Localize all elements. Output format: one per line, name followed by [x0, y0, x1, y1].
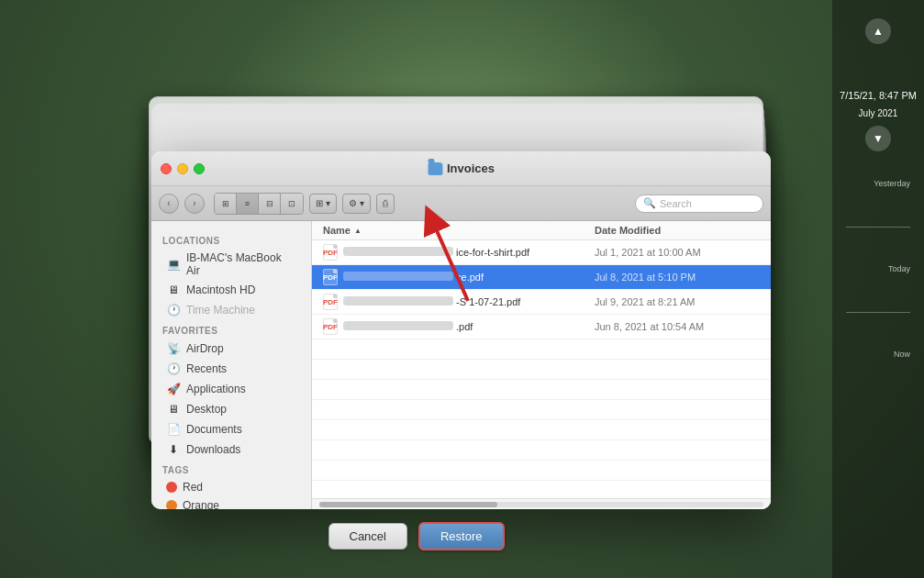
col-date-header: Date Modified: [595, 225, 760, 236]
main-content: Locations 💻 IB-MAC's MacBook Air 🖥 Macin…: [151, 221, 771, 509]
file-suffix-4: .pdf: [456, 321, 473, 332]
sidebar-label-tag-red: Red: [183, 481, 203, 494]
view-icon-btn[interactable]: ⊞: [215, 194, 237, 214]
blurred-name-1: [343, 247, 453, 256]
sidebar-label-desktop: Desktop: [186, 403, 227, 416]
sidebar-label-tag-orange: Orange: [183, 499, 219, 509]
file-list-footer: [312, 498, 771, 509]
toolbar: ‹ › ⊞ ≡ ⊟ ⊡ ⊞ ▾ ⚙ ▾ ⎙ 🔍 Search: [151, 186, 771, 221]
file-name-4: .pdf: [343, 321, 595, 332]
window-controls: [161, 163, 205, 174]
gear-icon: ⚙: [349, 198, 357, 208]
sidebar-item-macintosh-hd[interactable]: 🖥 Macintosh HD: [155, 280, 307, 300]
close-button[interactable]: [161, 163, 172, 174]
file-list: Name ▲ Date Modified PDF ice-for-t-shirt…: [312, 221, 771, 509]
search-placeholder: Search: [660, 198, 692, 209]
search-icon: 🔍: [643, 197, 656, 209]
file-row-3[interactable]: PDF -S 1-07-21.pdf Jul 9, 2021 at 8:21 A…: [312, 290, 771, 315]
sidebar-section-tags: Tags: [151, 460, 311, 478]
sidebar-label-downloads: Downloads: [186, 443, 240, 456]
file-row[interactable]: PDF ice-for-t-shirt.pdf Jul 1, 2021 at 1…: [312, 240, 771, 265]
file-date-1: Jul 1, 2021 at 10:00 AM: [595, 247, 760, 258]
window-title-area: Invoices: [428, 161, 495, 175]
restore-button[interactable]: Restore: [418, 522, 505, 550]
sidebar-item-recents[interactable]: 🕐 Recents: [155, 359, 307, 379]
blurred-name-2: [343, 272, 453, 281]
window-title: Invoices: [447, 161, 495, 175]
sidebar-item-desktop[interactable]: 🖥 Desktop: [155, 399, 307, 419]
sidebar-item-applications[interactable]: 🚀 Applications: [155, 379, 307, 399]
sidebar-label-macbook: IB-MAC's MacBook Air: [186, 251, 296, 277]
sidebar-item-tag-orange[interactable]: Orange: [155, 496, 307, 509]
calendar-nav-up[interactable]: ▲: [865, 18, 891, 44]
file-row-empty-7: [312, 461, 771, 481]
scrollbar-track[interactable]: [319, 502, 763, 507]
file-date-2: Jul 8, 2021 at 5:10 PM: [595, 272, 760, 283]
file-name-2: ce.pdf: [343, 272, 595, 283]
documents-icon: 📄: [166, 422, 181, 437]
blurred-name-4: [343, 321, 453, 330]
sidebar-item-downloads[interactable]: ⬇ Downloads: [155, 439, 307, 460]
sidebar-item-tag-red[interactable]: Red: [155, 478, 307, 496]
file-icon-4: PDF: [323, 318, 338, 335]
maximize-button[interactable]: [194, 163, 205, 174]
time-machine-icon: 🕐: [166, 303, 181, 317]
blurred-name-3: [343, 296, 453, 306]
macbook-icon: 💻: [166, 257, 181, 272]
timeline-labels: Yesterday Today Now: [846, 179, 910, 359]
title-bar: Invoices: [151, 151, 771, 186]
recents-icon: 🕐: [166, 361, 181, 376]
file-date-4: Jun 8, 2021 at 10:54 AM: [595, 321, 760, 332]
search-box[interactable]: 🔍 Search: [635, 195, 763, 213]
file-name-1: ice-for-t-shirt.pdf: [343, 247, 595, 258]
time-machine-panel: ▲ 7/15/21, 8:47 PM July 2021 ▼ Yesterday…: [832, 0, 924, 578]
downloads-icon: ⬇: [166, 442, 181, 457]
back-button[interactable]: ‹: [159, 194, 179, 214]
scrollbar-thumb[interactable]: [319, 502, 497, 507]
applications-icon: 🚀: [166, 382, 181, 396]
file-suffix-3: -S: [456, 296, 466, 307]
file-icon-1: PDF: [323, 244, 338, 261]
forward-button[interactable]: ›: [184, 194, 205, 214]
airdrop-icon: 📡: [166, 341, 181, 356]
arrange-button[interactable]: ⊞ ▾: [309, 194, 337, 214]
sidebar-label-documents: Documents: [186, 423, 242, 436]
view-column-btn[interactable]: ⊟: [259, 194, 281, 214]
sidebar-section-locations: Locations: [151, 230, 311, 249]
sort-icon: ▲: [354, 227, 362, 235]
cancel-button[interactable]: Cancel: [328, 523, 407, 550]
hd-icon: 🖥: [166, 283, 181, 297]
share-button[interactable]: ⎙: [376, 194, 395, 214]
timeline-yesterday: Yesterday: [846, 179, 910, 188]
timeline-divider-today: [846, 312, 910, 313]
sidebar-item-time-machine[interactable]: 🕐 Time Machine: [155, 300, 307, 320]
sidebar-label-recents: Recents: [186, 362, 227, 375]
folder-icon: [428, 162, 442, 175]
desktop-icon: 🖥: [166, 402, 181, 417]
timeline-divider-yesterday: [846, 227, 910, 228]
sidebar-item-macbook[interactable]: 💻 IB-MAC's MacBook Air: [155, 249, 307, 280]
tag-orange-dot: [166, 500, 177, 509]
calendar-nav-down[interactable]: ▼: [865, 126, 891, 151]
file-row-selected[interactable]: PDF ce.pdf Jul 8, 2021 at 5:10 PM: [312, 265, 771, 290]
sidebar: Locations 💻 IB-MAC's MacBook Air 🖥 Macin…: [151, 221, 312, 509]
col-name-header[interactable]: Name ▲: [323, 225, 595, 236]
file-icon-2: PDF: [323, 269, 338, 285]
view-gallery-btn[interactable]: ⊡: [281, 194, 303, 214]
arrange-chevron: ▾: [326, 198, 330, 208]
file-row-empty-4: [312, 400, 771, 420]
bottom-bar: Cancel Restore: [0, 522, 832, 550]
finder-window: Invoices ‹ › ⊞ ≡ ⊟ ⊡ ⊞ ▾ ⚙ ▾ ⎙ 🔍 Search: [151, 151, 771, 509]
file-suffix-2: ce.pdf: [456, 272, 484, 283]
file-row-4[interactable]: PDF .pdf Jun 8, 2021 at 10:54 AM: [312, 315, 771, 339]
file-icon-3: PDF: [323, 294, 338, 310]
action-button[interactable]: ⚙ ▾: [342, 194, 371, 214]
arrange-icon: ⊞: [316, 198, 323, 208]
timeline-now: Now: [846, 350, 910, 359]
view-list-btn[interactable]: ≡: [237, 194, 259, 214]
file-row-empty-2: [312, 360, 771, 380]
sidebar-label-time-machine: Time Machine: [186, 304, 255, 317]
sidebar-item-airdrop[interactable]: 📡 AirDrop: [155, 339, 307, 359]
sidebar-item-documents[interactable]: 📄 Documents: [155, 419, 307, 439]
minimize-button[interactable]: [177, 163, 188, 174]
